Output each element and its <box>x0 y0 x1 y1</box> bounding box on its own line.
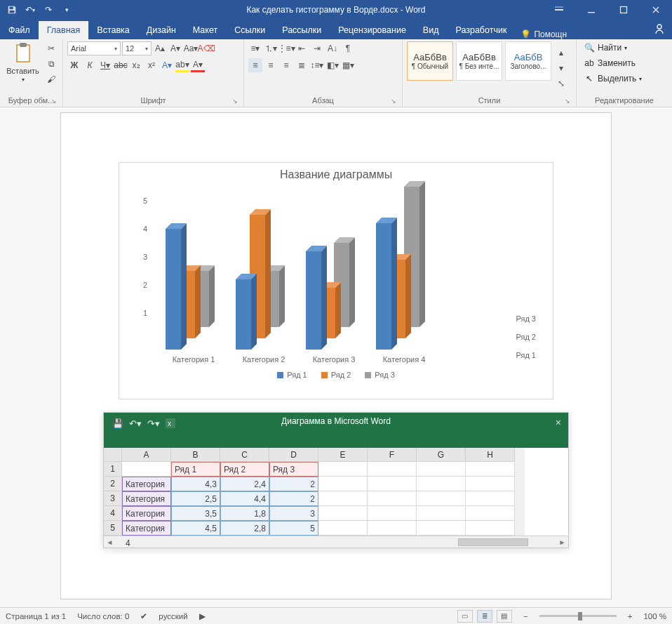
status-words[interactable]: Число слов: 0 <box>77 612 129 620</box>
highlight-icon[interactable]: ab▾ <box>175 58 189 72</box>
cell[interactable]: Ряд 1 <box>171 462 220 477</box>
strikethrough-icon[interactable]: abc <box>114 58 128 72</box>
cell[interactable] <box>318 477 368 491</box>
style-no-spacing[interactable]: АаБбВв ¶ Без инте... <box>456 41 502 81</box>
zoom-slider[interactable] <box>539 615 617 617</box>
cell[interactable] <box>417 506 466 521</box>
undo-icon[interactable]: ↶▾ <box>22 2 38 18</box>
cell[interactable]: Ряд 2 <box>220 462 269 477</box>
cell[interactable] <box>368 462 417 477</box>
tab-references[interactable]: Ссылки <box>226 21 274 39</box>
copy-icon[interactable]: ⧉ <box>44 57 58 71</box>
cell[interactable]: Категория 4 <box>122 521 171 536</box>
paste-button[interactable]: Вставить ▾ <box>4 41 41 83</box>
bullets-icon[interactable]: ≡▾ <box>248 41 262 55</box>
cell[interactable] <box>368 491 417 506</box>
column-header[interactable]: C <box>220 448 269 462</box>
shading-icon[interactable]: ◧▾ <box>325 58 340 72</box>
cell[interactable] <box>466 521 515 536</box>
cell[interactable]: 4,3 <box>171 477 220 491</box>
tell-me[interactable]: 💡 Помощн <box>520 29 567 39</box>
column-header[interactable]: D <box>269 448 318 462</box>
datasheet-grid[interactable]: ABCDEFGH1Ряд 1Ряд 2Ряд 32Категория 14,32… <box>104 448 568 536</box>
style-normal[interactable]: АаБбВв ¶ Обычный <box>407 41 453 81</box>
multilevel-icon[interactable]: ⋮≡▾ <box>279 41 293 55</box>
format-painter-icon[interactable]: 🖌 <box>44 72 58 86</box>
minimize-icon[interactable] <box>575 0 607 20</box>
cell[interactable] <box>417 521 466 536</box>
column-header[interactable]: A <box>122 448 171 462</box>
datasheet-hscroll[interactable]: ◄ ► <box>104 536 568 547</box>
cell[interactable]: 3 <box>269 506 318 521</box>
cell[interactable] <box>318 462 368 477</box>
cell[interactable] <box>466 506 515 521</box>
cell[interactable]: Категория 1 <box>122 477 171 491</box>
show-marks-icon[interactable]: ¶ <box>341 41 355 55</box>
cell[interactable]: Категория 2 <box>122 491 171 506</box>
italic-button[interactable]: К <box>83 58 97 72</box>
tab-file[interactable]: Файл <box>0 21 39 39</box>
status-language[interactable]: русский <box>159 612 187 620</box>
scroll-right-icon[interactable]: ► <box>556 538 568 546</box>
tab-review[interactable]: Рецензирование <box>330 21 415 39</box>
cell[interactable]: Ряд 3 <box>269 462 318 477</box>
change-case-icon[interactable]: Aa▾ <box>184 41 198 55</box>
cell[interactable]: 1,8 <box>220 506 269 521</box>
status-page[interactable]: Страница 1 из 1 <box>6 612 66 620</box>
column-header[interactable]: B <box>171 448 220 462</box>
column-header[interactable]: G <box>417 448 466 462</box>
cell[interactable]: 5 <box>269 521 318 536</box>
align-right-icon[interactable]: ≡ <box>279 58 293 72</box>
cell[interactable] <box>417 462 466 477</box>
cell[interactable] <box>318 521 368 536</box>
align-center-icon[interactable]: ≡ <box>264 58 278 72</box>
cell[interactable] <box>417 477 466 491</box>
decrease-indent-icon[interactable]: ⇤ <box>295 41 309 55</box>
ds-redo-icon[interactable]: ↷▾ <box>147 418 160 430</box>
cell[interactable]: 2,5 <box>171 491 220 506</box>
align-left-icon[interactable]: ≡ <box>248 58 262 72</box>
document-area[interactable]: Название диаграммы 12345Ряд 1Ряд 2Ряд 3К… <box>0 107 672 607</box>
styles-down-icon[interactable]: ▾ <box>554 61 568 75</box>
cell[interactable] <box>417 491 466 506</box>
macro-icon[interactable]: ▶ <box>199 611 206 621</box>
row-header[interactable]: 1 <box>104 462 122 477</box>
cell[interactable] <box>466 491 515 506</box>
scroll-left-icon[interactable]: ◄ <box>104 538 116 546</box>
cell[interactable]: 4,5 <box>171 521 220 536</box>
cell[interactable]: 2 <box>269 477 318 491</box>
cell[interactable]: 3,5 <box>171 506 220 521</box>
shrink-font-icon[interactable]: A▾ <box>168 41 182 55</box>
column-header[interactable]: F <box>368 448 417 462</box>
ds-excel-icon[interactable]: x <box>166 418 175 430</box>
cell[interactable] <box>368 506 417 521</box>
view-web-icon[interactable]: ▤ <box>497 610 512 623</box>
spellcheck-icon[interactable]: ✔ <box>140 611 147 621</box>
ribbon-options-icon[interactable] <box>543 0 575 20</box>
subscript-icon[interactable]: x₂ <box>129 58 143 72</box>
save-icon[interactable] <box>4 2 20 18</box>
view-read-icon[interactable]: ▭ <box>457 610 473 623</box>
cut-icon[interactable]: ✂ <box>44 41 58 55</box>
cell[interactable]: 2 <box>269 491 318 506</box>
bold-button[interactable]: Ж <box>67 58 81 72</box>
column-header[interactable]: E <box>318 448 368 462</box>
superscript-icon[interactable]: x² <box>145 58 159 72</box>
close-icon[interactable] <box>640 0 672 20</box>
styles-expand-icon[interactable]: ⤡ <box>554 77 568 91</box>
view-print-icon[interactable]: ≣ <box>477 610 492 623</box>
select-button[interactable]: ↖Выделить▾ <box>581 72 645 85</box>
cell[interactable]: 2,8 <box>220 521 269 536</box>
datasheet-vscroll[interactable] <box>515 448 525 536</box>
ds-save-icon[interactable]: 💾 <box>112 418 123 430</box>
font-name-combo[interactable]: Arial <box>67 41 121 55</box>
redo-icon[interactable]: ↷ <box>41 2 56 18</box>
font-color-icon[interactable]: A▾ <box>191 58 205 72</box>
column-header[interactable]: H <box>466 448 515 462</box>
grow-font-icon[interactable]: A▴ <box>153 41 167 55</box>
numbering-icon[interactable]: ⒈▾ <box>264 41 278 55</box>
row-header[interactable]: 2 <box>104 477 122 491</box>
text-effects-icon[interactable]: A▾ <box>160 58 174 72</box>
zoom-label[interactable]: 100 % <box>643 612 666 620</box>
tab-layout[interactable]: Макет <box>184 21 226 39</box>
